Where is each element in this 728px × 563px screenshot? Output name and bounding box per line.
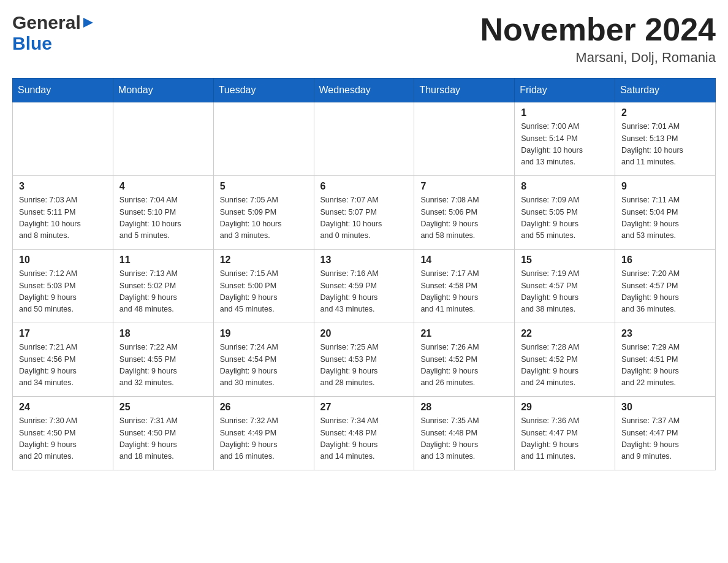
day-info: Sunrise: 7:13 AM Sunset: 5:02 PM Dayligh… [119, 268, 207, 316]
calendar-week-row: 17Sunrise: 7:21 AM Sunset: 4:56 PM Dayli… [13, 323, 716, 397]
calendar-week-row: 24Sunrise: 7:30 AM Sunset: 4:50 PM Dayli… [13, 397, 716, 470]
table-row: 9Sunrise: 7:11 AM Sunset: 5:04 PM Daylig… [615, 176, 716, 250]
day-number: 18 [119, 328, 207, 339]
table-row: 12Sunrise: 7:15 AM Sunset: 5:00 PM Dayli… [213, 250, 314, 323]
day-number: 20 [320, 328, 408, 339]
table-row: 5Sunrise: 7:05 AM Sunset: 5:09 PM Daylig… [213, 176, 314, 250]
day-info: Sunrise: 7:20 AM Sunset: 4:57 PM Dayligh… [621, 268, 709, 316]
day-number: 9 [621, 181, 709, 192]
table-row: 6Sunrise: 7:07 AM Sunset: 5:07 PM Daylig… [314, 176, 414, 250]
day-info: Sunrise: 7:24 AM Sunset: 4:54 PM Dayligh… [220, 342, 308, 389]
table-row: 14Sunrise: 7:17 AM Sunset: 4:58 PM Dayli… [414, 250, 515, 323]
day-info: Sunrise: 7:15 AM Sunset: 5:00 PM Dayligh… [220, 268, 308, 316]
table-row: 7Sunrise: 7:08 AM Sunset: 5:06 PM Daylig… [414, 176, 515, 250]
day-number: 4 [119, 181, 207, 192]
table-row: 11Sunrise: 7:13 AM Sunset: 5:02 PM Dayli… [113, 250, 213, 323]
table-row [213, 102, 314, 176]
table-row: 25Sunrise: 7:31 AM Sunset: 4:50 PM Dayli… [113, 397, 213, 470]
table-row: 10Sunrise: 7:12 AM Sunset: 5:03 PM Dayli… [13, 250, 113, 323]
day-info: Sunrise: 7:05 AM Sunset: 5:09 PM Dayligh… [220, 194, 308, 242]
day-number: 17 [19, 328, 107, 339]
table-row: 15Sunrise: 7:19 AM Sunset: 4:57 PM Dayli… [515, 250, 615, 323]
day-number: 1 [521, 107, 609, 118]
table-row: 24Sunrise: 7:30 AM Sunset: 4:50 PM Dayli… [13, 397, 113, 470]
day-number: 30 [621, 402, 709, 413]
day-number: 19 [220, 328, 308, 339]
table-row: 22Sunrise: 7:28 AM Sunset: 4:52 PM Dayli… [515, 323, 615, 397]
col-thursday: Thursday [414, 79, 515, 102]
day-info: Sunrise: 7:01 AM Sunset: 5:13 PM Dayligh… [621, 121, 709, 169]
day-number: 16 [621, 255, 709, 266]
col-monday: Monday [113, 79, 213, 102]
svg-marker-0 [83, 18, 93, 28]
col-tuesday: Tuesday [213, 79, 314, 102]
day-info: Sunrise: 7:32 AM Sunset: 4:49 PM Dayligh… [220, 415, 308, 463]
day-number: 29 [521, 402, 609, 413]
table-row: 13Sunrise: 7:16 AM Sunset: 4:59 PM Dayli… [314, 250, 414, 323]
calendar-table: Sunday Monday Tuesday Wednesday Thursday… [12, 78, 716, 470]
table-row: 26Sunrise: 7:32 AM Sunset: 4:49 PM Dayli… [213, 397, 314, 470]
day-info: Sunrise: 7:31 AM Sunset: 4:50 PM Dayligh… [119, 415, 207, 463]
day-info: Sunrise: 7:34 AM Sunset: 4:48 PM Dayligh… [320, 415, 408, 463]
day-number: 25 [119, 402, 207, 413]
table-row [414, 102, 515, 176]
table-row: 16Sunrise: 7:20 AM Sunset: 4:57 PM Dayli… [615, 250, 716, 323]
day-info: Sunrise: 7:28 AM Sunset: 4:52 PM Dayligh… [521, 342, 609, 389]
table-row: 19Sunrise: 7:24 AM Sunset: 4:54 PM Dayli… [213, 323, 314, 397]
day-info: Sunrise: 7:35 AM Sunset: 4:48 PM Dayligh… [420, 415, 508, 463]
day-info: Sunrise: 7:30 AM Sunset: 4:50 PM Dayligh… [19, 415, 107, 463]
day-info: Sunrise: 7:25 AM Sunset: 4:53 PM Dayligh… [320, 342, 408, 389]
table-row: 8Sunrise: 7:09 AM Sunset: 5:05 PM Daylig… [515, 176, 615, 250]
calendar-subtitle: Marsani, Dolj, Romania [480, 50, 716, 66]
table-row: 2Sunrise: 7:01 AM Sunset: 5:13 PM Daylig… [615, 102, 716, 176]
day-number: 10 [19, 255, 107, 266]
day-info: Sunrise: 7:07 AM Sunset: 5:07 PM Dayligh… [320, 194, 408, 242]
calendar-title: November 2024 [480, 12, 716, 47]
col-wednesday: Wednesday [314, 79, 414, 102]
day-info: Sunrise: 7:04 AM Sunset: 5:10 PM Dayligh… [119, 194, 207, 242]
day-info: Sunrise: 7:12 AM Sunset: 5:03 PM Dayligh… [19, 268, 107, 316]
day-number: 28 [420, 402, 508, 413]
day-number: 8 [521, 181, 609, 192]
table-row: 30Sunrise: 7:37 AM Sunset: 4:47 PM Dayli… [615, 397, 716, 470]
table-row: 29Sunrise: 7:36 AM Sunset: 4:47 PM Dayli… [515, 397, 615, 470]
table-row: 3Sunrise: 7:03 AM Sunset: 5:11 PM Daylig… [13, 176, 113, 250]
calendar-header-row: Sunday Monday Tuesday Wednesday Thursday… [13, 79, 716, 102]
day-number: 7 [420, 181, 508, 192]
day-number: 24 [19, 402, 107, 413]
table-row: 1Sunrise: 7:00 AM Sunset: 5:14 PM Daylig… [515, 102, 615, 176]
logo-blue-text: Blue [12, 33, 52, 53]
day-number: 23 [621, 328, 709, 339]
day-number: 12 [220, 255, 308, 266]
col-sunday: Sunday [13, 79, 113, 102]
day-info: Sunrise: 7:09 AM Sunset: 5:05 PM Dayligh… [521, 194, 609, 242]
col-saturday: Saturday [615, 79, 716, 102]
table-row: 17Sunrise: 7:21 AM Sunset: 4:56 PM Dayli… [13, 323, 113, 397]
day-info: Sunrise: 7:08 AM Sunset: 5:06 PM Dayligh… [420, 194, 508, 242]
day-number: 2 [621, 107, 709, 118]
table-row: 21Sunrise: 7:26 AM Sunset: 4:52 PM Dayli… [414, 323, 515, 397]
day-number: 11 [119, 255, 207, 266]
calendar-week-row: 1Sunrise: 7:00 AM Sunset: 5:14 PM Daylig… [13, 102, 716, 176]
calendar-week-row: 3Sunrise: 7:03 AM Sunset: 5:11 PM Daylig… [13, 176, 716, 250]
page-header: General Blue November 2024 Marsani, Dolj… [12, 12, 716, 66]
day-info: Sunrise: 7:36 AM Sunset: 4:47 PM Dayligh… [521, 415, 609, 463]
logo-general-text: General [12, 12, 81, 33]
day-number: 15 [521, 255, 609, 266]
table-row [113, 102, 213, 176]
day-info: Sunrise: 7:21 AM Sunset: 4:56 PM Dayligh… [19, 342, 107, 389]
logo: General Blue [12, 12, 94, 54]
table-row: 28Sunrise: 7:35 AM Sunset: 4:48 PM Dayli… [414, 397, 515, 470]
table-row: 23Sunrise: 7:29 AM Sunset: 4:51 PM Dayli… [615, 323, 716, 397]
day-info: Sunrise: 7:00 AM Sunset: 5:14 PM Dayligh… [521, 121, 609, 169]
day-number: 14 [420, 255, 508, 266]
day-number: 13 [320, 255, 408, 266]
day-info: Sunrise: 7:37 AM Sunset: 4:47 PM Dayligh… [621, 415, 709, 463]
table-row [314, 102, 414, 176]
day-number: 6 [320, 181, 408, 192]
logo-arrow-icon [82, 17, 94, 31]
day-info: Sunrise: 7:26 AM Sunset: 4:52 PM Dayligh… [420, 342, 508, 389]
day-number: 26 [220, 402, 308, 413]
table-row [13, 102, 113, 176]
day-info: Sunrise: 7:16 AM Sunset: 4:59 PM Dayligh… [320, 268, 408, 316]
